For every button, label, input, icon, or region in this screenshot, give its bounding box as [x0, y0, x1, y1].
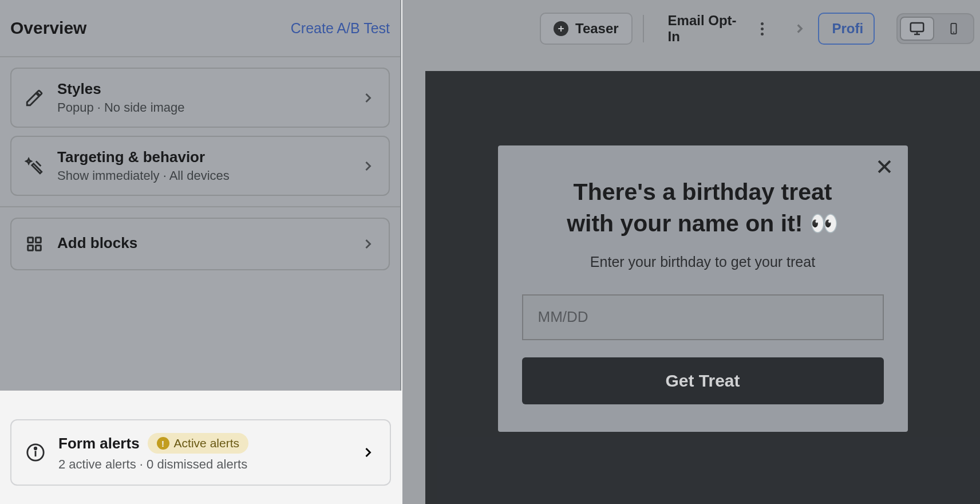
popup-headline-line1: There's a birthday treat [574, 179, 832, 205]
card-targeting-behavior[interactable]: Targeting & behavior Show immediately · … [10, 136, 390, 196]
card-subtitle: Popup · No side image [57, 100, 347, 115]
badge-label: Active alerts [174, 436, 239, 450]
alert-dot-icon: ! [157, 437, 169, 450]
alerts-subtitle: 2 active alerts · 0 dismissed alerts [58, 457, 347, 472]
card-title: Styles [57, 80, 347, 98]
teaser-button[interactable]: + Teaser [540, 13, 633, 45]
preview-pane: + Teaser Email Opt-In Profi There [402, 0, 980, 504]
chevron-right-icon [360, 158, 376, 174]
alerts-title: Form alerts [58, 435, 140, 452]
svg-rect-3 [36, 246, 41, 251]
chevron-right-icon [360, 444, 376, 460]
card-title: Add blocks [57, 234, 347, 252]
tab-profile[interactable]: Profi [818, 13, 875, 45]
svg-rect-0 [28, 238, 33, 243]
preview-canvas: There's a birthday treat with your name … [425, 71, 980, 504]
chevron-right-icon [360, 236, 376, 252]
birthday-input[interactable]: MM/DD [522, 294, 884, 340]
popup-subtext[interactable]: Enter your birthday to get your treat [522, 254, 884, 270]
device-desktop-button[interactable] [900, 17, 934, 41]
birthday-placeholder: MM/DD [538, 308, 588, 326]
sidebar-body: Styles Popup · No side image Targeting &… [0, 57, 400, 289]
popup-preview: There's a birthday treat with your name … [498, 145, 908, 432]
card-styles[interactable]: Styles Popup · No side image [10, 68, 390, 128]
page-title: Overview [10, 18, 86, 38]
info-icon [25, 442, 46, 463]
form-alerts-section: Form alerts ! Active alerts 2 active ale… [0, 391, 401, 504]
kebab-menu-icon[interactable] [757, 22, 767, 36]
svg-point-6 [34, 447, 36, 449]
breadcrumb-email-optin[interactable]: Email Opt-In [654, 5, 781, 53]
blocks-grid-icon [24, 234, 45, 254]
pencil-icon [24, 88, 45, 108]
teaser-label: Teaser [575, 21, 619, 37]
breadcrumb-label: Email Opt-In [668, 13, 746, 45]
plus-circle-icon: + [554, 21, 568, 36]
editor-sidebar: Overview Create A/B Test Styles Popup · … [0, 0, 401, 504]
divider [0, 206, 400, 207]
create-ab-test-link[interactable]: Create A/B Test [291, 20, 390, 37]
device-toggle [896, 13, 974, 44]
chevron-right-icon [360, 90, 376, 106]
close-icon[interactable] [875, 157, 894, 176]
svg-rect-1 [36, 238, 41, 243]
preview-topbar: + Teaser Email Opt-In Profi [402, 0, 980, 57]
card-title: Targeting & behavior [57, 148, 347, 166]
card-form-alerts[interactable]: Form alerts ! Active alerts 2 active ale… [10, 419, 391, 486]
svg-rect-2 [28, 246, 33, 251]
device-mobile-button[interactable] [936, 17, 971, 41]
card-subtitle: Show immediately · All devices [57, 168, 347, 183]
sidebar-header: Overview Create A/B Test [0, 0, 400, 57]
popup-headline-line2: with your name on it! 👀 [567, 210, 839, 237]
magic-wand-icon [24, 156, 45, 176]
active-alerts-badge: ! Active alerts [148, 433, 248, 454]
svg-rect-7 [911, 23, 924, 32]
chevron-right-icon[interactable] [791, 20, 808, 37]
card-add-blocks[interactable]: Add blocks [10, 218, 390, 270]
separator [643, 15, 644, 42]
get-treat-button[interactable]: Get Treat [522, 357, 884, 404]
popup-headline[interactable]: There's a birthday treat with your name … [522, 176, 884, 240]
